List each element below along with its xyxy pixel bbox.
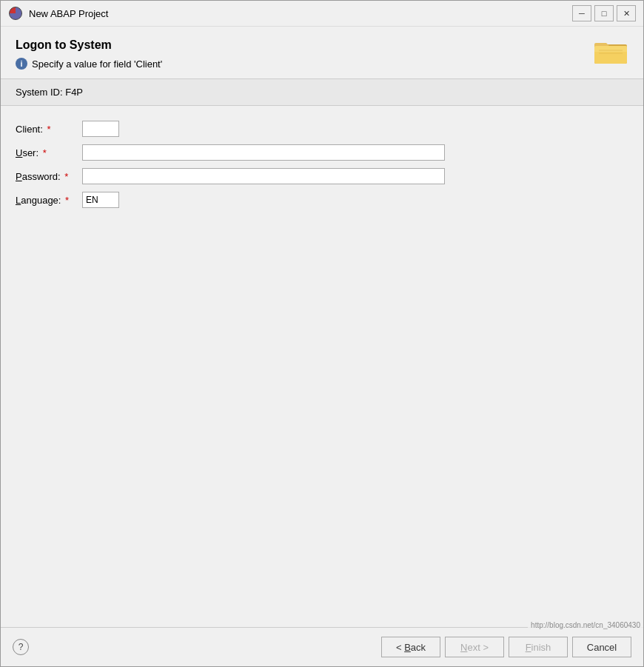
client-label-text: Client: * xyxy=(16,124,51,135)
language-row: Language: * xyxy=(16,192,628,208)
footer-left: ? xyxy=(13,639,29,655)
help-button[interactable]: ? xyxy=(13,639,29,655)
info-message-text: Specify a value for field 'Client' xyxy=(32,58,162,70)
watermark: http://blog.csdn.net/cn_34060430 xyxy=(528,620,643,631)
form-area: Client: * User: * Password: * xyxy=(1,106,643,627)
language-input[interactable] xyxy=(82,192,119,208)
folder-icon xyxy=(593,36,628,65)
language-label: Language: * xyxy=(16,195,82,206)
title-bar-left: New ABAP Project xyxy=(8,6,108,21)
dialog-header-text: Logon to System i Specify a value for fi… xyxy=(16,38,162,70)
cancel-button-label: Cancel xyxy=(587,642,617,653)
next-button-label: Next > xyxy=(460,642,489,653)
dialog-window: New ABAP Project ─ □ ✕ Logon to System i… xyxy=(0,0,644,667)
finish-button[interactable]: Finish xyxy=(509,637,568,657)
watermark-text: http://blog.csdn.net/cn_34060430 xyxy=(531,621,640,629)
client-label: Client: * xyxy=(16,124,82,135)
back-button-label: < Back xyxy=(396,642,426,653)
user-row: User: * xyxy=(16,144,628,161)
dialog-content: Logon to System i Specify a value for fi… xyxy=(1,27,643,666)
language-required-star: * xyxy=(62,195,69,206)
password-label: Password: * xyxy=(16,171,82,182)
password-label-text: Password: * xyxy=(16,171,68,182)
client-input[interactable] xyxy=(82,121,119,137)
eclipse-logo-icon xyxy=(9,7,22,20)
title-bar: New ABAP Project ─ □ ✕ xyxy=(1,1,643,27)
close-button[interactable]: ✕ xyxy=(617,5,636,21)
dialog-header-row: Logon to System i Specify a value for fi… xyxy=(16,38,628,70)
client-required-star: * xyxy=(44,124,51,135)
folder-svg-icon xyxy=(593,36,628,65)
user-label: User: * xyxy=(16,147,82,158)
dialog-footer: ? < Back Next > Finish Cancel xyxy=(1,627,643,666)
cancel-button[interactable]: Cancel xyxy=(572,637,631,657)
info-icon: i xyxy=(16,58,27,70)
password-input[interactable] xyxy=(82,168,445,184)
password-row: Password: * xyxy=(16,168,628,184)
system-id-label: System ID: xyxy=(16,87,65,98)
window-title: New ABAP Project xyxy=(29,8,108,19)
minimize-button[interactable]: ─ xyxy=(572,5,591,21)
dialog-header: Logon to System i Specify a value for fi… xyxy=(1,27,643,79)
user-label-text: User: * xyxy=(16,147,47,158)
system-info-bar: System ID: F4P xyxy=(1,79,643,106)
title-bar-controls: ─ □ ✕ xyxy=(572,5,636,21)
dialog-body: System ID: F4P Client: * User: * xyxy=(1,79,643,627)
app-icon xyxy=(8,6,23,21)
info-message-row: i Specify a value for field 'Client' xyxy=(16,58,162,70)
language-label-text: Language: * xyxy=(16,195,69,206)
maximize-button[interactable]: □ xyxy=(594,5,614,21)
system-id-value: F4P xyxy=(65,87,83,98)
user-input[interactable] xyxy=(82,144,445,161)
back-button[interactable]: < Back xyxy=(381,637,440,657)
next-button[interactable]: Next > xyxy=(445,637,504,657)
user-required-star: * xyxy=(40,147,47,158)
footer-buttons: < Back Next > Finish Cancel xyxy=(381,637,631,657)
help-icon-label: ? xyxy=(19,642,24,652)
finish-button-label: Finish xyxy=(526,642,551,653)
svg-rect-2 xyxy=(594,46,627,52)
client-row: Client: * xyxy=(16,121,628,137)
dialog-title: Logon to System xyxy=(16,38,162,52)
password-required-star: * xyxy=(62,171,69,182)
